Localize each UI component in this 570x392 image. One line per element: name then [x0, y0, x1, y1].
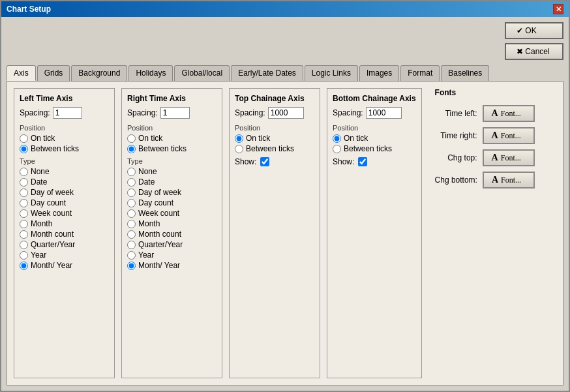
left-type-daycount-radio[interactable] — [20, 199, 28, 207]
left-type-quarteryear-radio[interactable] — [20, 241, 28, 249]
tab-background[interactable]: Background — [71, 65, 127, 81]
top-chainage-spacing-input[interactable] — [268, 107, 304, 119]
bottom-chainage-on-tick-radio[interactable] — [333, 134, 341, 143]
left-type-label: Type — [20, 157, 109, 165]
right-position-between-ticks: Between ticks — [127, 144, 217, 153]
top-chainage-axis-section: Top Chainage Axis Spacing: Position On t… — [229, 88, 320, 378]
left-type-month: Month — [20, 219, 109, 228]
window-title: Chart Setup — [7, 5, 51, 14]
ok-button[interactable]: ✔ OK — [505, 22, 563, 39]
right-type-monthyear-radio[interactable] — [127, 262, 136, 270]
left-type-weekcount: Week count — [20, 209, 109, 218]
tab-global-local[interactable]: Global/local — [174, 65, 230, 81]
top-buttons: ✔ OK ✖ Cancel — [7, 22, 563, 60]
left-type-year-radio[interactable] — [20, 251, 28, 260]
right-type-daycount-radio[interactable] — [127, 199, 136, 207]
top-chainage-show-checkbox[interactable] — [260, 157, 269, 166]
right-type-year-radio[interactable] — [127, 251, 136, 260]
left-type-month-radio[interactable] — [20, 220, 28, 228]
top-chainage-between-ticks-radio[interactable] — [235, 145, 243, 153]
right-position-label: Position — [127, 124, 217, 132]
bottom-chainage-spacing-input[interactable] — [366, 107, 402, 119]
left-between-ticks-radio[interactable] — [20, 145, 28, 153]
window-body: ✔ OK ✖ Cancel Axis Grids Background Holi… — [1, 17, 569, 391]
left-on-tick-label: On tick — [31, 134, 55, 143]
left-type-daycount: Day count — [20, 198, 109, 207]
font-chg-top-button[interactable]: A Font... — [483, 149, 535, 166]
right-time-axis-section: Right Time Axis Spacing: Position On tic… — [121, 88, 222, 378]
right-between-ticks-label: Between ticks — [138, 144, 187, 153]
top-chainage-spacing-label: Spacing: — [235, 108, 265, 117]
right-axis-title: Right Time Axis — [127, 94, 217, 103]
font-time-right-button[interactable]: A Font... — [483, 127, 535, 144]
cancel-button[interactable]: ✖ Cancel — [505, 43, 563, 60]
right-between-ticks-radio[interactable] — [127, 145, 136, 153]
left-position-label: Position — [20, 124, 109, 132]
bottom-chainage-title: Bottom Chainage Axis — [333, 94, 416, 103]
right-type-month-radio[interactable] — [127, 220, 136, 228]
right-on-tick-radio[interactable] — [127, 134, 136, 143]
right-type-month: Month — [127, 219, 217, 228]
close-button[interactable]: ✕ — [553, 4, 563, 14]
chart-setup-window: Chart Setup ✕ ✔ OK ✖ Cancel Axis Grids B… — [0, 0, 570, 392]
top-chainage-between-ticks: Between ticks — [235, 144, 314, 153]
bottom-chainage-show-label: Show: — [333, 157, 354, 166]
bottom-chainage-spacing-row: Spacing: — [333, 107, 416, 119]
tab-images[interactable]: Images — [359, 65, 399, 81]
left-spacing-row: Spacing: — [20, 107, 109, 119]
tab-early-late[interactable]: Early/Late Dates — [231, 65, 303, 81]
bottom-chainage-axis-section: Bottom Chainage Axis Spacing: Position O… — [327, 88, 422, 378]
font-chg-bottom-button[interactable]: A Font... — [483, 172, 535, 188]
font-row-chg-bottom: Chg bottom: A Font... — [435, 172, 539, 188]
left-between-ticks-label: Between ticks — [31, 144, 79, 153]
font-time-left-button[interactable]: A Font... — [483, 105, 535, 122]
right-type-label: Type — [127, 157, 217, 165]
tab-logic-links[interactable]: Logic Links — [305, 65, 358, 81]
right-on-tick-label: On tick — [138, 134, 162, 143]
left-spacing-input[interactable] — [53, 107, 82, 119]
right-type-none: None — [127, 167, 217, 176]
right-type-monthcount: Month count — [127, 230, 217, 239]
font-chg-bottom-label: Chg bottom: — [435, 175, 477, 185]
right-type-quarteryear-radio[interactable] — [127, 241, 136, 249]
tabs-container: Axis Grids Background Holidays Global/lo… — [7, 65, 563, 385]
left-type-date-radio[interactable] — [20, 178, 28, 187]
left-position-on-tick: On tick — [20, 134, 109, 143]
left-on-tick-radio[interactable] — [20, 134, 28, 143]
right-type-date-radio[interactable] — [127, 178, 136, 187]
bottom-chainage-show-checkbox[interactable] — [358, 157, 367, 166]
left-type-monthcount-radio[interactable] — [20, 230, 28, 239]
left-type-weekcount-radio[interactable] — [20, 209, 28, 218]
right-type-weekcount-radio[interactable] — [127, 209, 136, 218]
left-type-dayofweek-radio[interactable] — [20, 188, 28, 197]
top-chainage-show-label: Show: — [235, 157, 256, 166]
fonts-section: Fonts Time left: A Font... Time right: A… — [435, 88, 539, 378]
top-chainage-spacing-row: Spacing: — [235, 107, 314, 119]
bottom-chainage-between-ticks-radio[interactable] — [333, 145, 341, 153]
right-position-group: Position On tick Between ticks — [127, 124, 217, 153]
right-type-date: Date — [127, 177, 217, 187]
left-type-quarteryear: Quarter/Year — [20, 240, 109, 249]
tab-holidays[interactable]: Holidays — [128, 65, 173, 81]
font-row-chg-top: Chg top: A Font... — [435, 149, 539, 166]
tab-format[interactable]: Format — [400, 65, 440, 81]
left-type-monthyear-radio[interactable] — [20, 262, 28, 270]
right-type-none-radio[interactable] — [127, 168, 136, 176]
tab-baselines[interactable]: Baselines — [441, 65, 489, 81]
left-axis-title: Left Time Axis — [20, 94, 109, 103]
top-chainage-on-tick-radio[interactable] — [235, 134, 243, 143]
left-position-group: Position On tick Between ticks — [20, 124, 109, 153]
left-spacing-label: Spacing: — [20, 108, 50, 117]
right-type-monthyear: Month/ Year — [127, 261, 217, 270]
right-spacing-input[interactable] — [160, 107, 190, 119]
tab-axis[interactable]: Axis — [7, 65, 36, 81]
tab-grids[interactable]: Grids — [37, 65, 70, 81]
font-row-time-right: Time right: A Font... — [435, 127, 539, 144]
right-type-dayofweek-radio[interactable] — [127, 188, 136, 197]
left-type-none-radio[interactable] — [20, 168, 28, 176]
right-type-monthcount-radio[interactable] — [127, 230, 136, 239]
right-spacing-row: Spacing: — [127, 107, 217, 119]
right-type-year: Year — [127, 250, 217, 260]
right-position-on-tick: On tick — [127, 134, 217, 143]
right-type-daycount: Day count — [127, 198, 217, 207]
